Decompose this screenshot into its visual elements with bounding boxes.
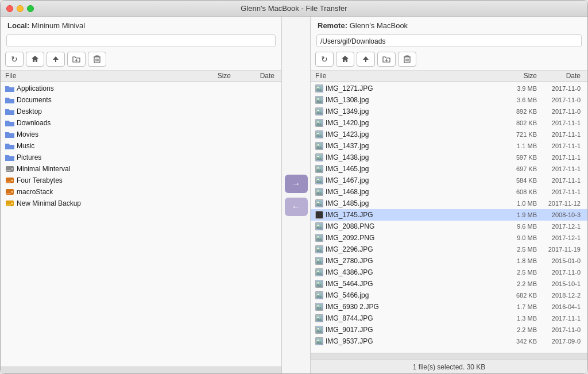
list-item[interactable]: IMG_1465.jpg697 KB2017-11-1	[311, 163, 587, 175]
left-col-file: File	[5, 72, 196, 80]
list-item[interactable]: IMG_1271.JPG3.9 MB2017-11-0	[311, 83, 587, 94]
folder-icon	[5, 130, 14, 139]
list-item[interactable]: Four Terabytes	[1, 175, 281, 186]
file-date: 2017-11-0	[537, 326, 583, 333]
list-item[interactable]: IMG_2092.PNG9.0 MB2017-12-1	[311, 232, 587, 244]
image-thumbnail-icon	[315, 211, 323, 219]
right-scrollbar[interactable]	[311, 353, 587, 360]
photo-icon	[316, 155, 322, 160]
file-size: 2.2 MB	[502, 280, 537, 287]
file-date: 2017-12-1	[537, 223, 583, 230]
image-icon	[315, 245, 323, 253]
file-name: IMG_1423.jpg	[326, 130, 502, 138]
file-name: Four Terabytes	[17, 176, 196, 184]
right-newfolder-button[interactable]	[377, 52, 396, 67]
right-file-list: IMG_1271.JPG3.9 MB2017-11-0IMG_1308.jpg3…	[311, 82, 587, 353]
right-path-bar[interactable]: /Users/gif/Downloads	[316, 34, 582, 47]
main-content: Local: Mininum Minival ↻	[1, 17, 587, 373]
list-item[interactable]: IMG_1485.jpg1.0 MB2017-11-12	[311, 198, 587, 209]
left-col-headers: File Size Date	[1, 70, 281, 82]
list-item[interactable]: IMG_9537.JPG342 KB2017-09-0	[311, 336, 587, 347]
file-size: 1.0 MB	[502, 200, 537, 207]
transfer-left-button[interactable]: ←	[285, 198, 308, 216]
list-item[interactable]: IMG_2780.JPG1.8 MB2015-01-0	[311, 255, 587, 267]
list-item[interactable]: IMG_2088.PNG9.6 MB2017-12-1	[311, 221, 587, 232]
image-icon	[315, 280, 323, 288]
left-refresh-button[interactable]: ↻	[5, 52, 24, 67]
right-home-button[interactable]	[336, 52, 354, 67]
left-path-bar[interactable]	[6, 34, 276, 47]
right-value: Glenn's MacBook	[350, 21, 408, 30]
photo-icon	[316, 269, 322, 275]
right-panel-header: Remote: Glenn's MacBook	[311, 17, 587, 32]
minimize-button[interactable]	[17, 5, 24, 12]
maximize-button[interactable]	[27, 5, 34, 12]
file-name: Minimal Minterval	[17, 165, 196, 173]
file-size: 1.3 MB	[502, 315, 537, 322]
list-item[interactable]: Applications	[1, 83, 281, 94]
photo-icon	[316, 258, 322, 264]
svg-rect-3	[6, 170, 11, 171]
left-delete-button[interactable]	[88, 52, 106, 67]
close-button[interactable]	[6, 5, 13, 12]
list-item[interactable]: IMG_6930 2.JPG1.7 MB2016-04-1	[311, 301, 587, 313]
right-refresh-button[interactable]: ↻	[315, 52, 334, 67]
left-scrollbar[interactable]	[1, 367, 281, 373]
list-item[interactable]: Minimal Minterval	[1, 163, 281, 175]
list-item[interactable]: IMG_1468.jpg608 KB2017-11-1	[311, 186, 587, 198]
file-name: IMG_2088.PNG	[326, 222, 502, 230]
newfolder-icon	[72, 55, 80, 63]
list-item[interactable]: macroStack	[1, 186, 281, 198]
list-item[interactable]: Documents	[1, 94, 281, 106]
list-item[interactable]: IMG_4386.JPG2.5 MB2017-11-0	[311, 267, 587, 278]
file-name: IMG_5464.JPG	[326, 280, 502, 288]
svg-point-2	[11, 168, 13, 170]
transfer-left-icon: ←	[292, 202, 301, 212]
file-date: 2017-11-0	[537, 108, 583, 115]
left-newfolder-button[interactable]	[67, 52, 86, 67]
file-name: Applications	[17, 84, 196, 92]
list-item[interactable]: IMG_1745.JPG1.9 MB2008-10-3	[311, 209, 587, 221]
list-item[interactable]: IMG_1467.jpg584 KB2017-11-1	[311, 175, 587, 186]
file-date: 2015-10-1	[537, 280, 583, 287]
file-name: IMG_1485.jpg	[326, 199, 502, 207]
list-item[interactable]: IMG_1349.jpg892 KB2017-11-0	[311, 106, 587, 117]
file-name: IMG_5466.jpg	[326, 291, 502, 299]
image-icon	[315, 234, 323, 242]
list-item[interactable]: New Minimal Backup	[1, 198, 281, 209]
file-name: Pictures	[17, 153, 196, 161]
list-item[interactable]: IMG_9017.JPG2.2 MB2017-11-0	[311, 324, 587, 336]
list-item[interactable]: IMG_1423.jpg721 KB2017-11-1	[311, 129, 587, 140]
list-item[interactable]: IMG_1420.jpg802 KB2017-11-1	[311, 117, 587, 129]
file-size: 2.5 MB	[502, 269, 537, 276]
right-up-button[interactable]	[357, 52, 375, 67]
list-item[interactable]: Desktop	[1, 106, 281, 117]
list-item[interactable]: IMG_1308.jpg3.6 MB2017-11-0	[311, 94, 587, 106]
photo-icon	[316, 97, 322, 103]
file-name: Desktop	[17, 107, 196, 115]
file-date: 2008-10-3	[537, 211, 583, 218]
list-item[interactable]: IMG_8744.JPG1.3 MB2017-11-1	[311, 313, 587, 324]
photo-icon	[316, 189, 322, 195]
list-item[interactable]: IMG_1438.jpg597 KB2017-11-1	[311, 152, 587, 163]
file-date: 2017-11-12	[537, 200, 583, 207]
image-icon	[315, 257, 323, 265]
left-home-button[interactable]	[26, 52, 44, 67]
list-item[interactable]: IMG_1437.jpg1.1 MB2017-11-1	[311, 140, 587, 152]
file-date: 2017-11-1	[537, 315, 583, 322]
title-bar: Glenn's MacBook - File Transfer	[1, 1, 587, 17]
folder-icon	[5, 95, 14, 105]
transfer-right-button[interactable]: →	[285, 175, 308, 193]
list-item[interactable]: Movies	[1, 129, 281, 140]
list-item[interactable]: IMG_5466.jpg682 KB2018-12-2	[311, 290, 587, 301]
left-up-button[interactable]	[47, 52, 65, 67]
list-item[interactable]: Pictures	[1, 152, 281, 163]
right-delete-button[interactable]	[398, 52, 416, 67]
file-name: IMG_1745.JPG	[326, 211, 502, 219]
list-item[interactable]: Downloads	[1, 117, 281, 129]
list-item[interactable]: Music	[1, 140, 281, 152]
list-item[interactable]: IMG_5464.JPG2.2 MB2015-10-1	[311, 278, 587, 290]
hdd-icon	[5, 164, 14, 173]
list-item[interactable]: IMG_2296.JPG2.5 MB2017-11-19	[311, 244, 587, 255]
left-panel-header: Local: Mininum Minival	[1, 17, 281, 32]
